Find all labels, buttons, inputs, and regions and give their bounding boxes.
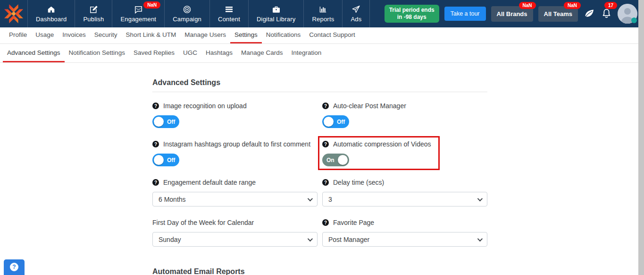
subnav-item-contact-support[interactable]: Contact Support bbox=[305, 27, 360, 43]
selected-value: 6 Months bbox=[159, 196, 186, 203]
selected-value: 3 bbox=[328, 196, 332, 203]
nav-item-engagement[interactable]: NaN Engagement bbox=[112, 0, 164, 27]
presence-status-dot bbox=[631, 17, 637, 23]
nav-item-reports[interactable]: Reports bbox=[303, 0, 342, 27]
all-teams-label: All Teams bbox=[544, 10, 572, 17]
take-a-tour-button[interactable]: Take a tour bbox=[444, 7, 486, 21]
settings-subnav: Advanced Settings Notification Settings … bbox=[0, 44, 644, 63]
subnav-item-short-link-utm[interactable]: Short Link & UTM bbox=[122, 27, 181, 43]
trial-line2: in -98 days bbox=[389, 14, 435, 21]
nav-item-label: Engagement bbox=[120, 16, 156, 23]
chevron-down-icon bbox=[308, 236, 313, 241]
field-label-row: Favorite Page bbox=[322, 219, 487, 226]
user-avatar[interactable] bbox=[618, 4, 637, 24]
subnav-item-manage-users[interactable]: Manage Users bbox=[180, 27, 230, 43]
nav-item-content[interactable]: Content bbox=[209, 0, 248, 27]
auto-clear-post-manager-toggle[interactable]: Off bbox=[322, 115, 349, 128]
chevron-down-icon bbox=[477, 196, 483, 201]
field-label-row: Automatic compression of Videos bbox=[322, 140, 487, 148]
tab-ugc[interactable]: UGC bbox=[179, 44, 201, 62]
delay-time-select[interactable]: 3 bbox=[322, 192, 487, 206]
field-engagement-date-range: Engagement default date range 6 Months bbox=[152, 179, 318, 206]
field-label: Favorite Page bbox=[333, 219, 374, 226]
help-icon[interactable] bbox=[322, 219, 329, 226]
subnav-item-settings[interactable]: Settings bbox=[230, 27, 262, 43]
tab-advanced-settings[interactable]: Advanced Settings bbox=[3, 44, 65, 62]
favorite-page-select[interactable]: Post Manager bbox=[322, 232, 487, 247]
settings-content: Advanced Settings Image recognition on u… bbox=[152, 78, 487, 275]
subnav-item-profile[interactable]: Profile bbox=[5, 27, 31, 43]
nav-item-label: Campaign bbox=[173, 16, 201, 23]
chat-bubble-icon bbox=[134, 5, 143, 14]
toggle-state-label: Off bbox=[164, 119, 178, 125]
help-icon[interactable] bbox=[322, 103, 329, 109]
bell-icon bbox=[601, 8, 612, 20]
field-label: Image recognition on upload bbox=[163, 102, 247, 110]
select-fields-grid: Engagement default date range 6 Months D… bbox=[152, 179, 487, 247]
all-brands-label: All Brands bbox=[497, 10, 527, 17]
notifications-count-badge: 17 bbox=[604, 2, 617, 9]
automated-email-reports-heading: Automated Email Reports bbox=[152, 267, 487, 275]
selected-value: Sunday bbox=[159, 236, 181, 243]
toggle-state-label: Off bbox=[164, 157, 178, 163]
subnav-item-usage[interactable]: Usage bbox=[31, 27, 58, 43]
star-logo-icon bbox=[4, 4, 24, 24]
nav-item-ads[interactable]: Ads bbox=[342, 0, 370, 27]
first-day-of-week-select[interactable]: Sunday bbox=[152, 232, 318, 247]
tab-notification-settings[interactable]: Notification Settings bbox=[65, 44, 129, 62]
nav-item-digital-library[interactable]: Digital Library bbox=[248, 0, 303, 27]
nav-item-campaign[interactable]: Campaign bbox=[164, 0, 209, 27]
automatic-video-compression-toggle[interactable]: On bbox=[322, 154, 349, 166]
help-icon[interactable] bbox=[152, 141, 159, 147]
field-auto-clear-post-manager: Auto-clear Post Manager Off bbox=[322, 102, 487, 128]
main-nav: Dashboard Publish NaN Engagement Campaig… bbox=[27, 0, 370, 27]
notifications-button[interactable]: 17 bbox=[601, 8, 612, 20]
trial-period-button[interactable]: Trial period ends in -98 days bbox=[385, 5, 439, 23]
help-icon[interactable] bbox=[152, 103, 159, 109]
nav-item-label: Content bbox=[218, 16, 240, 23]
toggle-knob bbox=[338, 155, 348, 165]
field-label: First Day of the Week for Calendar bbox=[152, 219, 254, 226]
vertical-scrollbar[interactable] bbox=[638, 0, 644, 275]
chevron-down-icon bbox=[308, 196, 313, 201]
engagement-date-range-select[interactable]: 6 Months bbox=[152, 192, 318, 206]
nav-item-label: Ads bbox=[351, 16, 361, 23]
pencil-square-icon bbox=[89, 5, 98, 14]
help-icon[interactable] bbox=[322, 179, 329, 186]
nav-item-label: Reports bbox=[312, 16, 334, 23]
all-teams-button[interactable]: NaN All Teams bbox=[538, 6, 578, 22]
all-brands-badge: NaN bbox=[519, 2, 536, 9]
toggle-state-label: On bbox=[322, 157, 338, 163]
nav-item-dashboard[interactable]: Dashboard bbox=[27, 0, 75, 27]
toggle-knob bbox=[324, 117, 334, 127]
target-icon bbox=[183, 5, 192, 14]
instagram-hashtags-toggle[interactable]: Off bbox=[152, 154, 179, 166]
help-icon[interactable] bbox=[152, 179, 159, 186]
tab-saved-replies[interactable]: Saved Replies bbox=[129, 44, 179, 62]
scrollbar-thumb[interactable] bbox=[638, 0, 644, 275]
question-mark-icon: ? bbox=[10, 263, 18, 271]
toggle-knob bbox=[154, 117, 164, 127]
leaf-icon bbox=[583, 8, 595, 19]
tab-integration[interactable]: Integration bbox=[287, 44, 326, 62]
help-fab-button[interactable]: ? bbox=[4, 259, 25, 275]
app-logo[interactable] bbox=[0, 0, 27, 27]
help-icon[interactable] bbox=[322, 141, 329, 147]
nav-item-publish[interactable]: Publish bbox=[75, 0, 112, 27]
tab-manage-cards[interactable]: Manage Cards bbox=[237, 44, 287, 62]
tab-hashtags[interactable]: Hashtags bbox=[201, 44, 237, 62]
briefcase-icon bbox=[272, 5, 281, 14]
subnav-item-invoices[interactable]: Invoices bbox=[58, 27, 90, 43]
subnav-item-security[interactable]: Security bbox=[90, 27, 122, 43]
whats-new-button[interactable] bbox=[583, 8, 595, 19]
chevron-down-icon bbox=[477, 236, 483, 241]
field-label-row: Delay time (secs) bbox=[322, 179, 487, 186]
engagement-badge: NaN bbox=[143, 1, 160, 9]
field-label: Engagement default date range bbox=[163, 179, 256, 186]
field-label-row: Engagement default date range bbox=[152, 179, 318, 186]
image-recognition-toggle[interactable]: Off bbox=[152, 115, 179, 128]
subnav-item-notifications[interactable]: Notifications bbox=[262, 27, 305, 43]
navbar-right-controls: Trial period ends in -98 days Take a tou… bbox=[385, 0, 637, 27]
all-brands-button[interactable]: NaN All Brands bbox=[491, 6, 533, 22]
field-label-row: Auto-clear Post Manager bbox=[322, 102, 487, 110]
